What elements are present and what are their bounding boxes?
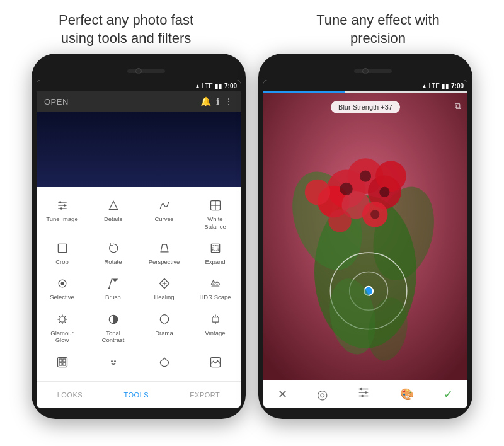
- battery-icon: ▮▮: [215, 83, 222, 89]
- svg-rect-34: [62, 359, 65, 362]
- phone1-camera: [135, 68, 142, 74]
- confirm-button[interactable]: ✓: [444, 387, 453, 401]
- tool-landscape-row[interactable]: [190, 349, 241, 377]
- svg-point-51: [375, 161, 406, 192]
- tool-white-balance[interactable]: WhiteBalance: [190, 192, 241, 235]
- phones-row: ▲ LTE ▮▮ 7:00 OPEN 🔔 ℹ ⋮: [0, 54, 504, 446]
- tools-grid: Tune Image Details: [37, 192, 241, 377]
- tool-drama[interactable]: Drama: [139, 306, 190, 349]
- white-balance-icon: [209, 197, 222, 214]
- phone1-image-area: [37, 112, 241, 187]
- tool-tonal-contrast[interactable]: TonalContrast: [88, 306, 139, 349]
- svg-point-17: [59, 317, 64, 322]
- tab-looks[interactable]: LOOKS: [57, 391, 83, 399]
- tool-creative-row[interactable]: [139, 349, 190, 377]
- phone1-appbar: OPEN 🔔 ℹ ⋮: [37, 91, 241, 112]
- svg-point-37: [111, 360, 113, 362]
- tool-glamour-glow[interactable]: GlamourGlow: [37, 306, 88, 349]
- info-icon[interactable]: ℹ: [216, 96, 219, 106]
- notification-icon[interactable]: 🔔: [200, 96, 211, 106]
- tool-healing[interactable]: Healing: [139, 270, 190, 306]
- glamour-glow-icon: [56, 311, 69, 328]
- phone-1: ▲ LTE ▮▮ 7:00 OPEN 🔔 ℹ ⋮: [32, 54, 246, 419]
- phone2-photo-area: Blur Strength +37 ⧉: [263, 93, 467, 380]
- tool-brush[interactable]: Brush: [88, 270, 139, 306]
- split-view-icon[interactable]: ⧉: [455, 101, 461, 112]
- tool-curves[interactable]: Curves: [139, 192, 190, 235]
- svg-point-50: [328, 209, 351, 232]
- details-label: Details: [104, 215, 122, 222]
- left-headline: Perfect any photo fastusing tools and fi…: [0, 11, 252, 47]
- phone2-status-bar: ▲ LTE ▮▮ 7:00: [263, 80, 467, 91]
- phone2-speaker: [354, 69, 392, 73]
- svg-line-13: [109, 279, 112, 288]
- phone2-time: 7:00: [451, 83, 464, 89]
- overflow-menu-icon[interactable]: ⋮: [224, 96, 233, 106]
- rotate-label: Rotate: [105, 258, 122, 265]
- tune-image-label: Tune Image: [46, 215, 77, 222]
- curves-icon: [158, 197, 171, 214]
- glamour-glow-label: GlamourGlow: [50, 329, 73, 344]
- healing-icon: [158, 275, 171, 292]
- phone1-speaker: [127, 69, 165, 73]
- svg-point-53: [340, 183, 353, 195]
- crop-icon: [56, 240, 69, 256]
- details-icon: [107, 197, 120, 214]
- svg-line-22: [59, 316, 60, 317]
- phone1-tabbar: LOOKS TOOLS EXPORT: [37, 381, 241, 408]
- phone2-top-bar: [263, 65, 467, 77]
- white-balance-label: WhiteBalance: [204, 215, 226, 230]
- selective-tool-button[interactable]: ◎: [317, 387, 328, 402]
- tune-image-icon: [56, 197, 69, 214]
- tool-vintage[interactable]: Vintage: [190, 306, 241, 349]
- tool-hdr-scape[interactable]: HDR Scape: [190, 270, 241, 306]
- svg-point-5: [60, 208, 62, 210]
- crop-label: Crop: [55, 258, 69, 265]
- tonal-contrast-icon: [107, 311, 120, 328]
- phone-2: ▲ LTE ▮▮ 7:00: [258, 54, 472, 419]
- drama-icon: [158, 311, 171, 328]
- tab-tools[interactable]: TOOLS: [123, 391, 149, 399]
- looks-row-icon: [56, 354, 69, 370]
- main-container: Perfect any photo fastusing tools and fi…: [0, 0, 504, 446]
- phone2-screen: ▲ LTE ▮▮ 7:00: [263, 80, 467, 408]
- svg-line-23: [64, 321, 66, 323]
- cancel-button[interactable]: ✕: [278, 387, 287, 401]
- tune-tool-button[interactable]: [357, 386, 370, 403]
- tab-export[interactable]: EXPORT: [190, 391, 220, 399]
- expand-label: Expand: [205, 258, 225, 265]
- selective-icon: [56, 275, 69, 292]
- looks-tab-label: LOOKS: [57, 391, 83, 399]
- phone2-signal-icon: ▲: [421, 83, 427, 89]
- tool-crop[interactable]: Crop: [37, 235, 88, 270]
- svg-point-12: [60, 282, 64, 285]
- blur-strength-label: Blur Strength +37: [331, 101, 400, 113]
- open-button[interactable]: OPEN: [44, 97, 69, 106]
- tool-tune-image[interactable]: Tune Image: [37, 192, 88, 235]
- curves-label: Curves: [154, 215, 173, 222]
- hdr-scape-label: HDR Scape: [199, 294, 231, 300]
- tool-face-icon-row[interactable]: [88, 349, 139, 377]
- filter-tool-button[interactable]: 🎨: [400, 387, 414, 401]
- vintage-icon: [209, 311, 222, 328]
- tool-perspective[interactable]: Perspective: [139, 235, 190, 270]
- expand-icon: [209, 240, 222, 256]
- tools-tab-label: TOOLS: [123, 391, 149, 399]
- svg-rect-8: [58, 244, 66, 252]
- phone2-battery-icon: ▮▮: [442, 83, 449, 89]
- healing-label: Healing: [154, 294, 174, 300]
- svg-rect-31: [212, 317, 219, 322]
- flower-svg: [263, 93, 467, 380]
- tool-looks-icon-row[interactable]: [37, 349, 88, 377]
- tool-rotate[interactable]: Rotate: [88, 235, 139, 270]
- phone1-screen: ▲ LTE ▮▮ 7:00 OPEN 🔔 ℹ ⋮: [37, 80, 241, 408]
- svg-point-67: [365, 391, 367, 394]
- tool-details[interactable]: Details: [88, 192, 139, 235]
- svg-point-68: [362, 395, 364, 397]
- tool-expand[interactable]: Expand: [190, 235, 241, 270]
- drama-label: Drama: [155, 329, 173, 336]
- svg-point-4: [63, 205, 65, 207]
- phone2-camera: [362, 68, 369, 74]
- tool-selective[interactable]: Selective: [37, 270, 88, 306]
- selective-label: Selective: [50, 294, 74, 300]
